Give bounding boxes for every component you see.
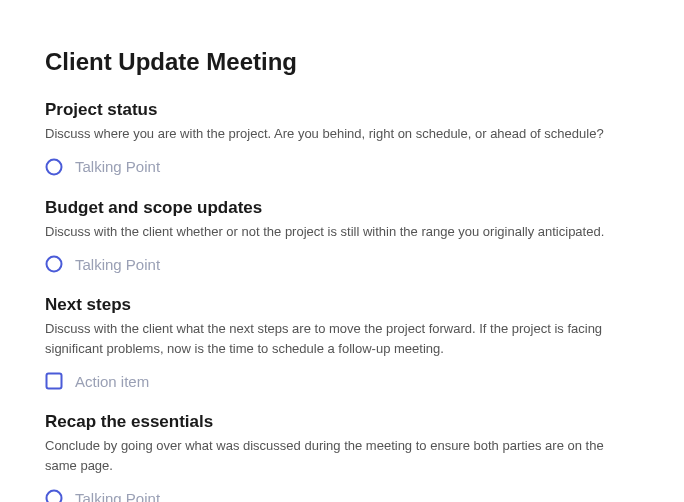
- section-description: Discuss with the client what the next st…: [45, 319, 639, 358]
- section-budget-scope: Budget and scope updates Discuss with th…: [45, 198, 639, 274]
- talking-point-row[interactable]: Talking Point: [45, 158, 639, 176]
- page-title: Client Update Meeting: [45, 48, 639, 76]
- svg-point-1: [47, 257, 62, 272]
- action-item-placeholder[interactable]: Action item: [75, 373, 149, 390]
- section-recap: Recap the essentials Conclude by going o…: [45, 412, 639, 502]
- section-description: Discuss with the client whether or not t…: [45, 222, 639, 242]
- section-description: Conclude by going over what was discusse…: [45, 436, 639, 475]
- svg-point-0: [47, 159, 62, 174]
- section-heading: Project status: [45, 100, 639, 120]
- talking-point-row[interactable]: Talking Point: [45, 255, 639, 273]
- circle-icon[interactable]: [45, 255, 63, 273]
- talking-point-placeholder[interactable]: Talking Point: [75, 256, 160, 273]
- checkbox-icon[interactable]: [45, 372, 63, 390]
- section-description: Discuss where you are with the project. …: [45, 124, 639, 144]
- section-next-steps: Next steps Discuss with the client what …: [45, 295, 639, 390]
- section-heading: Recap the essentials: [45, 412, 639, 432]
- circle-icon[interactable]: [45, 489, 63, 502]
- section-heading: Budget and scope updates: [45, 198, 639, 218]
- svg-point-3: [47, 491, 62, 503]
- talking-point-row[interactable]: Talking Point: [45, 489, 639, 502]
- section-project-status: Project status Discuss where you are wit…: [45, 100, 639, 176]
- svg-rect-2: [47, 374, 62, 389]
- circle-icon[interactable]: [45, 158, 63, 176]
- talking-point-placeholder[interactable]: Talking Point: [75, 490, 160, 503]
- talking-point-placeholder[interactable]: Talking Point: [75, 158, 160, 175]
- action-item-row[interactable]: Action item: [45, 372, 639, 390]
- section-heading: Next steps: [45, 295, 639, 315]
